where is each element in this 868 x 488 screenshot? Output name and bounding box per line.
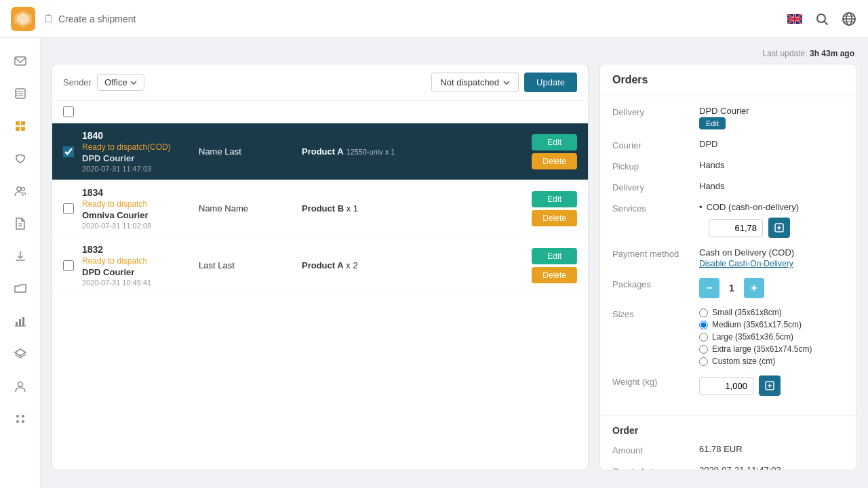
order-info-1840: 1840 Ready to dispatch(COD) DPD Courier … [82,130,191,173]
edit-button-1840[interactable]: Edit [532,134,577,150]
svg-rect-27 [16,322,18,326]
last-update: Last update: 3h 43m ago [52,49,857,58]
sidebar [0,38,41,488]
svg-point-24 [21,188,24,191]
size-radio-small[interactable] [699,308,708,317]
content-area: Sender Office Not dispatched [52,64,857,470]
datetime-1840: 2020-07-31 11:47:03 [82,165,191,173]
sidebar-item-user[interactable] [5,371,35,401]
packages-plus-button[interactable]: + [744,278,764,298]
sidebar-item-layers[interactable] [5,339,35,369]
sidebar-item-list[interactable] [5,79,35,108]
header-right [787,11,857,27]
order-id-1832: 1832 [82,244,191,255]
app-logo[interactable] [11,7,35,31]
layout: Last update: 3h 43m ago Sender Office [0,38,868,488]
size-large[interactable]: Large (35x61x36.5cm) [699,332,844,342]
customer-1832: Last Last [199,260,294,270]
weight-input[interactable] [699,377,753,395]
payment-row: Payment method Cash on Delivery (COD) Di… [612,247,844,268]
sidebar-item-folder[interactable] [5,274,35,304]
datetime-1832: 2020-07-31 10:45:41 [82,279,191,287]
sidebar-item-download[interactable] [5,241,35,271]
delete-button-1834[interactable]: Delete [532,210,577,226]
delivery2-label: Delivery [612,181,694,192]
right-panel: Orders Delivery DPD Courier Edit Courier [599,64,857,470]
service-item: • COD (cash-on-delivery) [699,202,844,212]
flag-icon[interactable] [787,11,803,27]
globe-icon[interactable] [841,11,857,27]
sidebar-item-document[interactable] [5,209,35,239]
services-value: • COD (cash-on-delivery) [699,202,844,238]
size-extra-large[interactable]: Extra large (35x61x74.5cm) [699,344,844,354]
svg-rect-11 [15,57,26,65]
delivery-label: Delivery [612,106,694,117]
cod-row [709,218,844,238]
row-checkbox-1834[interactable] [63,203,74,214]
svg-point-17 [16,93,18,94]
sidebar-item-apps[interactable] [5,404,35,434]
size-radio-extra-large[interactable] [699,345,708,354]
size-medium[interactable]: Medium (35x61x17.5cm) [699,320,844,329]
orders-section: Delivery DPD Courier Edit Courier DPD Pi… [600,96,856,415]
sidebar-item-users[interactable] [5,176,35,206]
not-dispatched-dropdown[interactable]: Not dispatched [431,73,519,92]
edit-button-1832[interactable]: Edit [532,248,577,264]
sizes-list: Small (35x61x8cm) Medium (35x61x17.5cm) … [699,308,844,366]
order-section: Order Amount 61.78 EUR Created at 2020-0… [600,415,856,470]
size-small[interactable]: Small (35x61x8cm) [699,308,844,317]
sidebar-item-grid[interactable] [5,111,35,141]
page-title: Create a shipment [58,14,136,24]
search-icon[interactable] [814,11,830,27]
courier-1832: DPD Courier [82,267,191,277]
size-custom[interactable]: Custom size (cm) [699,357,844,366]
office-dropdown[interactable]: Office [97,74,144,91]
sidebar-item-mail[interactable] [5,46,35,76]
last-update-value: 3h 43m ago [810,49,854,58]
datetime-1834: 2020-07-31 11:02:08 [82,222,191,230]
product-qty-1834: x 1 [347,203,358,214]
courier-label: Courier [612,139,694,150]
order-id-1840: 1840 [82,130,191,141]
payment-value: Cash on Delivery (COD) Disable Cash-On-D… [699,247,844,268]
update-button[interactable]: Update [524,73,577,92]
pickup-value: Hands [699,160,844,170]
order-info-1832: 1832 Ready to dispatch DPD Courier 2020-… [82,244,191,287]
courier-1840: DPD Courier [82,153,191,163]
disable-cod-link[interactable]: Disable Cash-On-Delivery [699,259,844,268]
svg-point-16 [16,91,18,92]
svg-marker-31 [15,349,26,356]
svg-rect-19 [16,121,20,125]
delivery-edit-button[interactable]: Edit [699,117,726,129]
delivery-row: Delivery DPD Courier Edit [612,106,844,129]
row-checkbox-1832[interactable] [63,260,74,271]
svg-rect-22 [21,127,25,131]
product-name-1832: Product A [302,260,344,270]
size-radio-large[interactable] [699,333,708,342]
delete-button-1840[interactable]: Delete [532,153,577,169]
cod-input[interactable] [709,219,763,237]
row-checkbox-1840[interactable] [63,146,74,157]
cod-calc-button[interactable] [768,218,790,238]
customer-1840: Name Last [199,146,294,157]
sidebar-item-tools[interactable] [5,144,35,174]
product-1840: Product A 12550-univ x 1 [302,146,524,157]
svg-point-35 [16,420,19,423]
packages-minus-button[interactable]: − [699,278,719,298]
weight-calc-button[interactable] [759,375,781,396]
svg-point-34 [22,415,24,418]
payment-value-text: Cash on Delivery (COD) [699,247,794,258]
sidebar-item-chart[interactable] [5,306,35,336]
amount-row: Amount 61.78 EUR [612,444,844,455]
delivery-info: DPD Courier Edit [699,106,844,129]
packages-count: 1 [725,283,738,293]
pickup-label: Pickup [612,160,694,171]
packages-label: Packages [612,278,694,289]
size-radio-custom[interactable] [699,357,708,366]
delete-button-1832[interactable]: Delete [532,267,577,283]
delivery2-row: Delivery Hands [612,181,844,192]
select-all-checkbox[interactable] [63,106,74,117]
size-radio-medium[interactable] [699,321,708,329]
services-row: Services • COD (cash-on-delivery) [612,202,844,238]
edit-button-1834[interactable]: Edit [532,191,577,207]
